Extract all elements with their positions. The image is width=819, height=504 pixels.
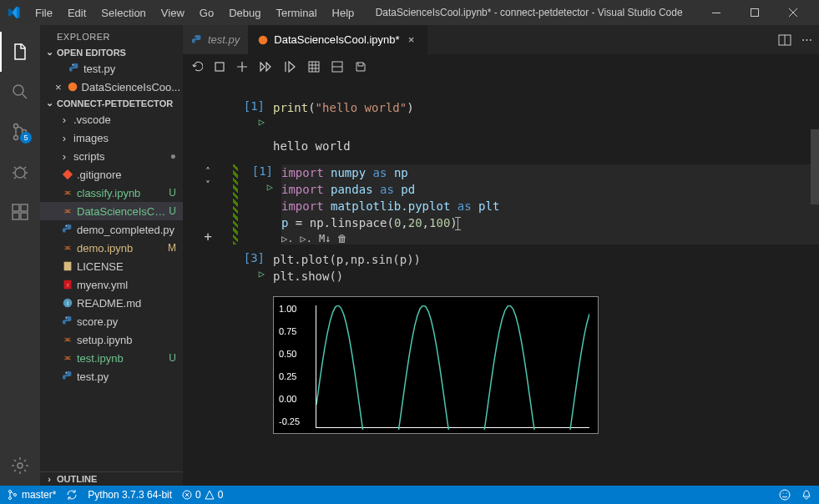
add-cell-icon[interactable]: + (204, 229, 212, 244)
activity-debug[interactable] (0, 152, 40, 192)
exec-count: [3] (233, 251, 265, 265)
tree-file[interactable]: LICENSE (40, 257, 183, 275)
scrollbar-thumb[interactable] (811, 129, 819, 204)
outline-header[interactable]: › OUTLINE (40, 471, 183, 486)
problems[interactable]: 0 0 (182, 489, 223, 501)
sync-button[interactable] (66, 489, 78, 501)
activity-extensions[interactable] (0, 192, 40, 232)
svg-rect-15 (64, 262, 72, 271)
notebook-cell[interactable]: [1] ▷ print("hello world") (183, 96, 819, 131)
run-above-icon[interactable]: ▷. (300, 233, 311, 244)
tree-file[interactable]: iREADME.md (40, 294, 183, 312)
toolbar-save-icon[interactable] (355, 61, 367, 73)
git-branch[interactable]: master* (7, 489, 56, 501)
tab-close-icon[interactable]: × (405, 33, 418, 46)
run-cell-icon[interactable]: ▷ (241, 178, 273, 193)
menu-help[interactable]: Help (326, 3, 361, 23)
error-count: 0 (195, 489, 201, 501)
run-all-button[interactable] (260, 62, 273, 72)
ytick-label: 0.00 (279, 394, 296, 404)
svg-point-12 (73, 64, 73, 65)
more-actions-icon[interactable]: ⋯ (801, 33, 812, 46)
tree-folder[interactable]: ›scripts● (40, 147, 183, 165)
svg-point-21 (66, 372, 67, 373)
search-icon (10, 82, 30, 102)
file-label: README.md (77, 297, 183, 310)
exec-count: [1] (241, 164, 273, 178)
minimize-button[interactable] (697, 0, 736, 25)
maximize-button[interactable] (736, 0, 774, 25)
add-cell-button[interactable] (236, 61, 248, 73)
tree-folder[interactable]: ›.vscode (40, 110, 183, 129)
chevron-up-icon[interactable]: ˄ (205, 166, 210, 178)
ytick-label: -0.25 (279, 416, 300, 426)
chevron-down-icon: ⌄ (43, 98, 55, 108)
notebook-cell[interactable]: ˄ ˅ + [1] ▷ import numpy as np import pa… (183, 161, 819, 248)
feedback-button[interactable] (779, 489, 791, 501)
menu-debug[interactable]: Debug (222, 3, 267, 23)
run-cell-icon[interactable]: ▷ (233, 113, 265, 128)
chevron-down-icon[interactable]: ˅ (205, 179, 210, 191)
menu-selection[interactable]: Selection (94, 3, 152, 23)
svg-point-34 (9, 497, 12, 500)
activity-search[interactable] (0, 72, 40, 112)
open-editor-item[interactable]: test.py (40, 59, 183, 78)
to-markdown-button[interactable]: M↓ (319, 233, 331, 244)
tree-file[interactable]: DataScienceIsCo...U (40, 202, 183, 220)
notifications-button[interactable] (801, 489, 812, 501)
menu-file[interactable]: File (28, 3, 59, 23)
git-status: U (169, 352, 176, 364)
editor-tabs: test.py DataScienceIsCool.ipynb* × ⋯ (183, 25, 819, 54)
svg-rect-10 (21, 204, 28, 211)
tree-file[interactable]: score.py (40, 312, 183, 330)
activity-scm[interactable]: 5 (0, 112, 40, 152)
undo-button[interactable] (191, 61, 203, 73)
svg-rect-26 (309, 62, 319, 72)
menu-go[interactable]: Go (193, 3, 220, 23)
vscode-logo-icon (7, 6, 20, 19)
activity-explorer[interactable] (0, 32, 40, 72)
file-label: test.py (77, 370, 183, 383)
run-below-icon[interactable]: ▷. (281, 233, 293, 244)
run-cell-icon[interactable]: ▷ (233, 265, 265, 280)
menu-edit[interactable]: Edit (61, 3, 93, 23)
menu-view[interactable]: View (154, 3, 191, 23)
toolbar-collapse-icon[interactable] (331, 61, 343, 73)
split-editor-icon[interactable] (778, 33, 791, 47)
notebook-body[interactable]: [1] ▷ print("hello world") hello world ˄… (183, 79, 819, 486)
svg-point-35 (14, 494, 17, 496)
tree-file[interactable]: demo_completed.py (40, 220, 183, 239)
tab-notebook[interactable]: DataScienceIsCool.ipynb* × (249, 25, 427, 54)
activity-settings[interactable] (0, 446, 40, 486)
file-label: classify.ipynb (77, 187, 165, 199)
restart-button[interactable] (285, 61, 296, 73)
delete-cell-icon[interactable]: 🗑 (337, 233, 347, 244)
branch-name: master* (22, 489, 56, 501)
tree-file[interactable]: test.py (40, 367, 183, 386)
open-editors-label: OPEN EDITORS (57, 48, 126, 58)
tab-test-py[interactable]: test.py (183, 25, 249, 54)
toolbar-grid-icon[interactable] (308, 61, 320, 73)
files-icon (10, 42, 30, 62)
python-env[interactable]: Python 3.7.3 64-bit (88, 489, 172, 501)
tree-file[interactable]: setup.ipynb (40, 330, 183, 349)
status-bar: master* Python 3.7.3 64-bit 0 0 (0, 486, 819, 504)
open-editors-header[interactable]: ⌄ OPEN EDITORS (40, 45, 183, 59)
tree-folder[interactable]: ›images (40, 129, 183, 147)
open-editor-item[interactable]: × DataScienceIsCoo... (40, 78, 183, 96)
file-label: myenv.yml (77, 279, 183, 291)
tree-file[interactable]: demo.ipynbM (40, 239, 183, 257)
tree-file[interactable]: test.ipynbU (40, 349, 183, 367)
close-button[interactable] (774, 0, 812, 25)
close-icon[interactable]: × (55, 81, 62, 93)
notebook-cell[interactable]: [3] ▷ plt.plot(p,np.sin(p)) plt.show() (183, 248, 819, 288)
tree-file[interactable]: .gitignore (40, 165, 183, 184)
stop-button[interactable] (215, 62, 225, 72)
workspace-header[interactable]: ⌄ CONNECT-PETDETECTOR (40, 96, 183, 110)
tree-file[interactable]: !myenv.yml (40, 275, 183, 294)
bug-icon (10, 162, 30, 182)
tree-file[interactable]: classify.ipynbU (40, 184, 183, 202)
ytick-label: 0.25 (279, 371, 296, 381)
menu-terminal[interactable]: Terminal (269, 3, 323, 23)
cell-output: hello world (183, 131, 819, 161)
